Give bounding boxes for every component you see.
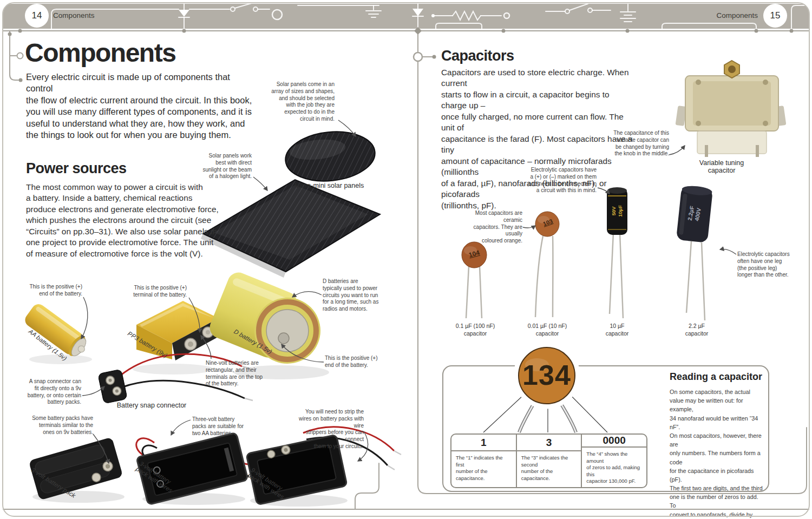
solar-light-note: Solar panels work best with direct sunli… xyxy=(187,153,252,180)
code-desc-2: The “3” indicates the second number of t… xyxy=(517,451,581,485)
code-table-col-2: 3 The “3” indicates the second number of… xyxy=(516,435,581,487)
aa-positive-note: This is the positive (+) end of the batt… xyxy=(23,284,82,298)
page-title: Components xyxy=(25,38,175,68)
header-band xyxy=(3,4,809,29)
variable-capacitor-caption: Variable tuning capacitor xyxy=(681,159,762,174)
d-positive-note: This is the positive (+) end of the batt… xyxy=(325,355,383,369)
code-table-col-1: 1 The “1” indicates the first number of … xyxy=(451,435,516,487)
electrolytic-note: Electrolytic capacitors have a (+) or (–… xyxy=(525,167,597,194)
capacitors-ring-node xyxy=(414,52,422,61)
left-header-label: Components xyxy=(53,11,95,19)
code-digit-1: 1 xyxy=(451,435,516,451)
code-digit-3: 0000 xyxy=(582,435,646,448)
solar-panel-round-image xyxy=(283,128,377,186)
capacitor-code-digits: 134 xyxy=(514,359,579,391)
capacitor-label-10uf: 10 µF capacitor xyxy=(579,323,655,337)
capacitor-10uf-marking: 50V 10µF xyxy=(611,195,624,227)
snap-connector-note: A snap connector can fit directly onto a… xyxy=(22,378,81,406)
capacitor-label-001uf: 0.01 µF (10 nF) capacitor xyxy=(509,323,585,337)
right-header-label: Components xyxy=(704,11,758,19)
d-usage-note: D batteries are typically used to power … xyxy=(323,278,381,313)
strip-wires-note: You will need to strip the wires on batt… xyxy=(292,409,364,450)
reading-box-heading: Reading a capacitor xyxy=(670,371,762,383)
left-page-number: 14 xyxy=(25,4,49,28)
right-page-number: 15 xyxy=(763,4,787,28)
book-spread: 14 Components Components 15 Components E… xyxy=(0,0,812,519)
pp3-positive-note: This is the positive (+) terminal of the… xyxy=(127,285,187,299)
title-ring-node xyxy=(17,53,23,59)
power-sources-heading: Power sources xyxy=(26,160,127,177)
solar-panel-rect-image xyxy=(201,180,380,278)
capacitor-code-table: 1 The “1” indicates the first number of … xyxy=(450,433,647,488)
nine-volt-note: Nine-volt batteries are rectangular, and… xyxy=(206,360,266,387)
power-sources-body: The most common way to power a circuit i… xyxy=(26,182,226,259)
solar-array-note: Solar panels come in an array of sizes a… xyxy=(253,81,335,123)
pack-terminals-note: Some battery packs have terminals simila… xyxy=(30,415,93,436)
code-desc-3: The “4” shows the amount of zeros to add… xyxy=(582,448,646,488)
ceramic-note: Most capacitors are ceramic capacitors. … xyxy=(456,210,522,245)
solar-caption: Micro-mini solar panels xyxy=(275,182,383,189)
snap-connector-caption: Battery snap connector xyxy=(108,402,195,409)
intro-paragraph: Every electric circuit is made up of com… xyxy=(26,71,259,141)
capacitor-label-01uf: 0.1 µF (100 nF) capacitor xyxy=(437,323,513,337)
leg-length-note: Electrolytic capacitors often have one l… xyxy=(737,251,790,279)
three-volt-note: Three-volt battery packs are suitable fo… xyxy=(192,416,246,437)
code-table-col-3: 0000 The “4” shows the amount of zeros t… xyxy=(581,435,646,487)
variable-capacitor-note: The capacitance of this variable capacit… xyxy=(608,130,669,157)
code-desc-1: The “1” indicates the first number of th… xyxy=(451,451,516,485)
variable-capacitor-image xyxy=(676,61,787,157)
capacitor-label-22uf: 2.2 µF capacitor xyxy=(659,323,735,337)
code-digit-2: 3 xyxy=(517,435,581,451)
reading-box-body: On some capacitors, the actual value may… xyxy=(670,387,766,519)
capacitors-heading: Capacitors xyxy=(441,48,514,64)
